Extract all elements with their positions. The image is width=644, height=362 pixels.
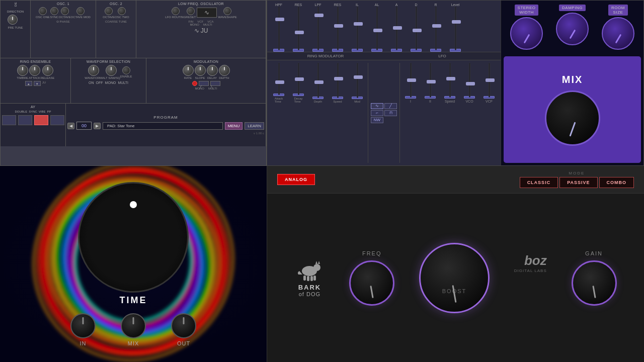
prog-name-display: PAD: Star Tone xyxy=(103,122,223,130)
mode-label: MODE xyxy=(569,171,585,175)
mix-panel: MIX xyxy=(504,56,641,163)
boost-label: BOOST xyxy=(442,288,467,294)
boost-knob[interactable]: BOOST xyxy=(419,243,490,313)
vortex-disk[interactable] xyxy=(78,182,189,293)
out-label: OUT xyxy=(177,340,190,346)
boz-sub-label: DIGITAL LABS xyxy=(514,268,547,273)
pat-btn-2[interactable] xyxy=(18,115,32,125)
svg-marker-14 xyxy=(318,261,320,264)
pat-btn-3[interactable] xyxy=(34,115,48,125)
analog-btn[interactable]: ANALOG xyxy=(277,174,315,185)
svg-rect-16 xyxy=(307,276,309,281)
vortex-mix-label: MIX xyxy=(128,340,139,346)
bark-top-bar: ANALOG MODE CLASSIC PASSIVE COMBO xyxy=(267,166,644,194)
stereo-width-group: STEREOWIDTH xyxy=(510,5,543,50)
stereo-width-knob[interactable] xyxy=(510,17,543,50)
svg-point-12 xyxy=(313,264,320,271)
mix-knob[interactable] xyxy=(545,90,600,146)
svg-rect-15 xyxy=(303,276,306,281)
reverb-panel: STEREOWIDTH DAMPING ROOMSIZE MIX xyxy=(501,1,643,165)
waveform-title: WAVEFORM SELECTION xyxy=(87,60,130,63)
mix-knob-group: MIX xyxy=(121,313,146,346)
svg-marker-13 xyxy=(315,261,317,264)
osc2-title: OSC. 2 xyxy=(110,2,122,6)
ring-mod-label: RING MODULATOR xyxy=(267,52,384,60)
in-label: IN xyxy=(80,340,87,346)
program-title: PROGRAM xyxy=(67,115,264,120)
vortex-panel: TIME IN MIX OUT xyxy=(0,166,267,362)
freq-knob-group: FREQ xyxy=(349,250,394,306)
bark-logo-line2: of DOG xyxy=(299,291,320,297)
in-knob[interactable] xyxy=(70,313,96,338)
osc1-title: OSC. 1 xyxy=(57,2,69,6)
mixer-panel: HPF RES LPF RES IL AL A D R Level xyxy=(267,0,644,166)
room-size-label: ROOMSIZE xyxy=(608,5,628,16)
gain-knob-group: GAIN xyxy=(572,250,617,306)
stereo-width-label: STEREOWIDTH xyxy=(515,5,539,16)
modulation-title: MODULATION xyxy=(194,60,218,63)
version-label: v 1.00 c xyxy=(67,132,264,135)
dog-icon xyxy=(294,258,325,284)
lfo-title: LOW FREQ. OSCILLATOR xyxy=(178,2,224,6)
combo-btn[interactable]: COMBO xyxy=(599,177,634,188)
damping-group: DAMPING xyxy=(556,5,589,50)
bark-logo: BARK of DOG xyxy=(294,258,325,297)
bark-logo-text: BARK of DOG xyxy=(298,284,321,297)
freq-knob-label: FREQ xyxy=(362,250,382,256)
room-size-group: ROOMSIZE xyxy=(602,5,634,50)
gain-knob[interactable] xyxy=(572,260,617,306)
bark-panel: ANALOG MODE CLASSIC PASSIVE COMBO xyxy=(267,166,644,362)
synth-panel: DE DIRECTION PRE TUNE OSC. 1 OSC ONE xyxy=(0,0,267,166)
damping-label: DAMPING xyxy=(559,5,586,11)
bark-logo-line1: BARK xyxy=(298,284,321,291)
svg-rect-18 xyxy=(313,276,316,281)
vortex-dot xyxy=(130,201,137,208)
svg-rect-17 xyxy=(310,276,313,281)
damping-knob[interactable] xyxy=(556,13,589,45)
pat-btn-4[interactable] xyxy=(50,115,64,125)
prog-learn-btn[interactable]: LEARN xyxy=(245,122,264,130)
time-label: TIME xyxy=(120,295,147,306)
classic-btn[interactable]: CLASSIC xyxy=(520,177,558,188)
mix-title: MIX xyxy=(562,74,583,85)
ring-ensemble-title: RING ENSEMBLE xyxy=(20,60,51,63)
vortex-mix-knob[interactable] xyxy=(121,313,146,338)
lfo-section-label: LFO xyxy=(384,52,501,60)
boz-logo-group: boz DIGITAL LABS xyxy=(514,253,547,273)
boz-label: boz xyxy=(524,253,547,268)
prog-prev-btn[interactable]: ◀ xyxy=(67,123,74,129)
boost-knob-group: BOOST xyxy=(419,243,490,313)
gain-knob-label: GAIN xyxy=(585,250,603,256)
in-knob-group: IN xyxy=(70,313,96,346)
main-container: DE DIRECTION PRE TUNE OSC. 1 OSC ONE xyxy=(0,0,644,362)
passive-btn[interactable]: PASSIVE xyxy=(559,177,597,188)
room-size-knob[interactable] xyxy=(602,17,634,50)
out-knob-group: OUT xyxy=(171,313,196,346)
prog-menu-btn[interactable]: MENU xyxy=(225,122,243,130)
out-knob[interactable] xyxy=(171,313,196,338)
pat-btn-1[interactable] xyxy=(2,115,16,125)
prog-number: 00 xyxy=(76,122,92,130)
freq-knob[interactable] xyxy=(349,260,394,306)
bark-main-area: BARK of DOG FREQ BOOST boz DIGITAL LABS xyxy=(267,194,644,362)
prog-next-btn[interactable]: ▶ xyxy=(94,123,101,129)
